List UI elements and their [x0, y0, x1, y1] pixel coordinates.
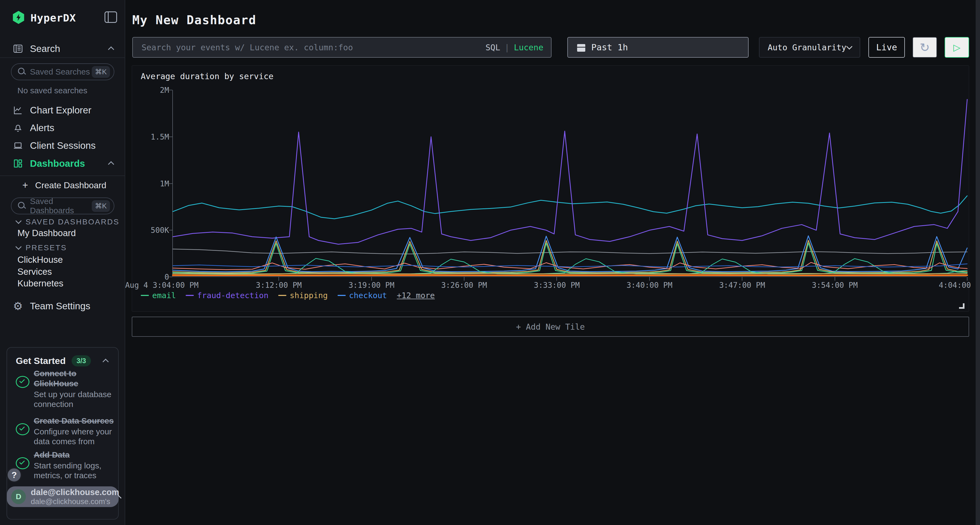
y-axis-label: 500K — [151, 226, 169, 235]
main-content: My New Dashboard Search your events w/ L… — [126, 0, 980, 525]
kbd-shortcut: ⌘K — [92, 200, 110, 212]
kbd-shortcut: ⌘K — [92, 66, 110, 78]
sidebar-item-clickhouse[interactable]: ClickHouse — [18, 255, 63, 265]
sidebar-item-kubernetes[interactable]: Kubernetes — [18, 278, 64, 289]
get-started-title: Get Started — [16, 355, 65, 366]
task-desc: Set up your database connection — [34, 390, 116, 409]
divider — [0, 57, 125, 58]
legend-label: email — [152, 291, 176, 300]
section-label: PRESETS — [25, 243, 67, 252]
legend-dash-icon — [186, 295, 194, 296]
lucene-toggle[interactable]: Lucene — [514, 43, 543, 52]
chevron-down-icon — [16, 218, 22, 224]
user-email: dale@clickhouse.com — [31, 487, 119, 497]
saved-dashboards-section-header[interactable]: SAVED DASHBOARDS — [16, 217, 119, 226]
task-title[interactable]: Add Data — [34, 450, 116, 460]
sidebar-item-team-settings[interactable]: ⚙ Team Settings — [0, 297, 125, 315]
y-axis-label: 1.5M — [151, 132, 169, 141]
sidebar-item-dashboards[interactable]: Dashboards — [0, 154, 125, 173]
legend-dash-icon — [278, 295, 286, 296]
saved-dashboards-input[interactable]: Saved Dashboards ⌘K — [11, 197, 115, 214]
task-title[interactable]: Create Data Sources — [34, 416, 116, 426]
dashboard-tile: Average duration by service 2M1.5M1M500K… — [132, 65, 969, 312]
legend-item-checkout[interactable]: checkout — [337, 291, 387, 300]
x-axis-label: 3:40:00 PM — [627, 281, 673, 290]
sidebar-item-my-dashboard[interactable]: My Dashboard — [18, 228, 76, 238]
y-axis-label: 1M — [160, 179, 169, 188]
presets-section-header[interactable]: PRESETS — [16, 243, 67, 252]
chevron-up-icon — [108, 46, 115, 53]
x-axis-tick — [967, 277, 967, 281]
sidebar-item-client-sessions[interactable]: Client Sessions — [0, 136, 125, 154]
live-button[interactable]: Live — [869, 37, 905, 58]
add-new-tile-button[interactable]: + Add New Tile — [132, 317, 969, 337]
sidebar-item-label: Alerts — [30, 122, 54, 133]
refresh-button[interactable]: ↻ — [913, 37, 937, 58]
event-search-input[interactable]: Search your events w/ Lucene ex. column:… — [132, 37, 552, 58]
create-dashboard-button[interactable]: + Create Dashboard — [0, 177, 125, 194]
play-button[interactable]: ▷ — [945, 37, 969, 58]
y-axis-tick — [169, 90, 172, 90]
y-axis-tick — [169, 230, 172, 230]
series-unlabeled-yellow — [173, 273, 967, 274]
get-started-header[interactable]: Get Started 3/3 — [16, 355, 111, 366]
x-axis-label: 3:47:00 PM — [719, 281, 765, 290]
tile-resize-handle[interactable] — [959, 303, 964, 309]
section-label: SAVED DASHBOARDS — [25, 217, 119, 226]
legend-item-email[interactable]: email — [141, 291, 176, 300]
legend-item-fraud-detection[interactable]: fraud-detection — [186, 291, 269, 300]
x-axis-label: 3:12:00 PM — [256, 281, 302, 290]
sidebar-item-services[interactable]: Services — [18, 266, 52, 277]
chevron-up-icon — [103, 358, 109, 365]
chevron-down-icon — [16, 244, 22, 250]
sidebar-item-label: Search — [30, 43, 60, 54]
sidebar-collapse-icon[interactable] — [105, 11, 117, 23]
task-title[interactable]: Connect to ClickHouse — [34, 368, 116, 389]
create-dashboard-label: Create Dashboard — [35, 180, 106, 190]
x-axis-tick — [649, 277, 650, 281]
time-range-picker[interactable]: Past 1h — [567, 37, 749, 58]
sidebar-item-search[interactable]: Search — [0, 40, 125, 58]
help-button[interactable]: ? — [6, 467, 22, 482]
sidebar-item-alerts[interactable]: Alerts — [0, 119, 125, 137]
y-axis-label: 0 — [164, 273, 169, 282]
legend-dash-icon — [141, 295, 149, 296]
legend-dash-icon — [337, 295, 346, 296]
y-axis-tick — [169, 183, 172, 184]
toggle-divider: | — [505, 43, 510, 52]
chart-svg — [173, 90, 967, 277]
x-axis-label: 3:33:00 PM — [534, 281, 580, 290]
legend-item-shipping[interactable]: shipping — [278, 291, 328, 300]
saved-searches-placeholder: Saved Searches — [30, 67, 90, 76]
scrollbar-track[interactable] — [976, 0, 980, 525]
task-desc: Start sending logs, metrics, or traces — [34, 461, 116, 481]
avatar: D — [11, 489, 26, 504]
sidebar-item-chart-explorer[interactable]: Chart Explorer — [0, 101, 125, 119]
x-axis-tick — [371, 277, 372, 281]
sidebar-item-label: Dashboards — [30, 158, 85, 169]
laptop-icon — [13, 140, 24, 151]
chart-plot[interactable]: 2M1.5M1M500K0Aug 4 3:04:00 PM3:12:00 PM3… — [172, 90, 967, 277]
logo-row: HyperDX — [0, 0, 125, 35]
granularity-select[interactable]: Auto Granularity — [759, 37, 860, 58]
user-menu[interactable]: D dale@clickhouse.com dale@clickhouse.co… — [7, 486, 119, 507]
legend-more-link[interactable]: +12 more — [397, 291, 435, 300]
sidebar-item-label: Chart Explorer — [30, 105, 91, 116]
event-search-placeholder: Search your events w/ Lucene ex. column:… — [142, 43, 353, 52]
saved-searches-input[interactable]: Saved Searches ⌘K — [11, 63, 115, 80]
legend-label: fraud-detection — [197, 291, 269, 300]
gear-icon: ⚙ — [13, 300, 24, 312]
task-connect-clickhouse: Connect to ClickHouse Set up your databa… — [16, 368, 116, 409]
search-icon — [18, 202, 26, 210]
x-axis-label: 4:04:00 PM — [939, 281, 980, 290]
saved-dashboards-placeholder: Saved Dashboards — [30, 197, 92, 215]
app-root: HyperDX Search Saved Searches ⌘K No save… — [0, 0, 980, 525]
series-fraud-detection — [173, 99, 967, 244]
sql-toggle[interactable]: SQL — [485, 43, 500, 52]
granularity-value: Auto Granularity — [768, 43, 846, 52]
sidebar-item-label: Team Settings — [30, 301, 91, 311]
x-axis-tick — [835, 277, 835, 281]
x-axis-tick — [464, 277, 465, 281]
x-axis-label: 3:19:00 PM — [348, 281, 395, 290]
tile-title[interactable]: Average duration by service — [141, 71, 274, 81]
